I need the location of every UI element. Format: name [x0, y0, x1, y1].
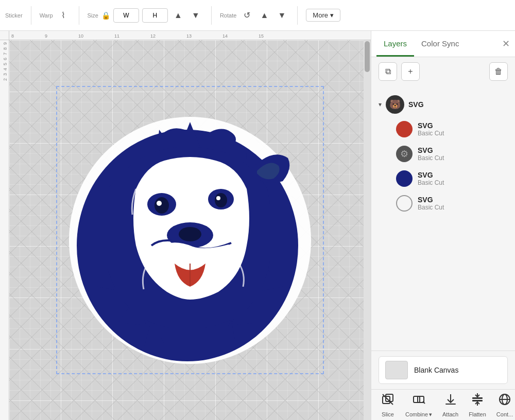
layer-group-info: SVG — [408, 100, 424, 109]
svg-point-19 — [216, 196, 220, 200]
rotate-section: Rotate ↺ ▲ ▼ — [220, 8, 289, 23]
bottom-toolbar: Slice Combine ▾ — [371, 389, 515, 420]
scrollbar-thumb[interactable] — [365, 41, 370, 72]
panel-tabs: Layers Color Sync ✕ — [371, 31, 515, 57]
divider-2 — [79, 6, 79, 25]
layer-info-4: SVG Basic Cut — [418, 196, 444, 211]
width-input[interactable] — [113, 8, 139, 23]
rotate-up-icon[interactable]: ▲ — [257, 8, 271, 23]
layer-name-1: SVG — [418, 121, 444, 130]
blank-canvas-label: Blank Canvas — [414, 366, 458, 374]
panel-actions: ⧉ + 🗑 — [371, 57, 515, 86]
blank-canvas-thumb — [385, 361, 408, 379]
cont-button[interactable]: Cont... — [491, 389, 515, 420]
height-input[interactable] — [142, 8, 168, 23]
canvas-scrollbar[interactable] — [364, 40, 371, 420]
size-up-icon[interactable]: ▲ — [171, 8, 185, 23]
layer-thumb-dark — [396, 170, 413, 187]
svg-rect-30 — [472, 397, 483, 399]
layer-type-3: Basic Cut — [418, 179, 444, 186]
svg-rect-29 — [445, 404, 456, 405]
ruler-tick: 11 — [114, 33, 119, 39]
list-item[interactable]: ⚙ SVG Basic Cut — [393, 142, 508, 166]
slice-label: Slice — [382, 411, 394, 417]
svg-point-16 — [157, 201, 162, 206]
add-icon: + — [408, 67, 413, 76]
combine-chevron-icon: ▾ — [429, 411, 432, 418]
flatten-button[interactable]: Flatten — [464, 389, 491, 420]
canvas-area[interactable]: 2 3 4 5 6 7 8 9 8 9 10 11 12 13 14 15 — [0, 31, 371, 420]
rotate-ccw-icon[interactable]: ↺ — [239, 8, 254, 23]
layer-info-2: SVG Basic Cut — [418, 146, 444, 162]
size-section: Size 🔒 ▲ ▼ — [88, 8, 203, 23]
svg-point-21 — [179, 227, 201, 241]
bear-graphic[interactable] — [56, 86, 324, 374]
layer-group-thumb: 🐻 — [386, 95, 404, 114]
flatten-icon — [470, 392, 485, 410]
layer-info-3: SVG Basic Cut — [418, 171, 444, 186]
ruler-tick: 15 — [259, 33, 264, 39]
lock-icon: 🔒 — [101, 11, 110, 20]
add-layer-button[interactable]: + — [401, 62, 420, 81]
ruler-tick: 9 — [45, 33, 47, 39]
duplicate-layer-button[interactable]: ⧉ — [379, 62, 397, 81]
svg-rect-31 — [472, 400, 483, 401]
layer-type-4: Basic Cut — [418, 204, 444, 211]
combine-icon — [411, 392, 426, 410]
layer-name-4: SVG — [418, 196, 444, 204]
warp-section: Warp ⌇ — [40, 8, 71, 23]
warp-label: Warp — [40, 12, 53, 19]
more-chevron-icon: ▾ — [330, 11, 334, 19]
attach-label: Attach — [442, 411, 458, 417]
tab-layers[interactable]: Layers — [376, 31, 414, 57]
layer-thumb-gear: ⚙ — [396, 146, 413, 162]
cont-icon — [497, 392, 512, 410]
delete-icon: 🗑 — [494, 67, 503, 76]
blank-canvas-section: Blank Canvas — [371, 351, 515, 389]
duplicate-icon: ⧉ — [385, 67, 391, 76]
more-button[interactable]: More ▾ — [306, 9, 340, 22]
layer-type-2: Basic Cut — [418, 154, 444, 162]
close-panel-button[interactable]: ✕ — [502, 31, 510, 57]
warp-icon[interactable]: ⌇ — [56, 8, 71, 23]
chevron-down-icon: ▾ — [379, 101, 382, 108]
size-down-icon[interactable]: ▼ — [188, 8, 203, 23]
svg-point-18 — [215, 193, 227, 207]
layer-info-1: SVG Basic Cut — [418, 121, 444, 137]
layer-group-name: SVG — [408, 100, 424, 109]
rotate-label: Rotate — [220, 12, 236, 19]
top-toolbar: Sticker Warp ⌇ Size 🔒 ▲ ▼ Rotate ↺ ▲ ▼ M… — [0, 0, 515, 31]
main-content: 2 3 4 5 6 7 8 9 8 9 10 11 12 13 14 15 — [0, 31, 515, 420]
attach-icon — [443, 392, 458, 410]
rotate-down-icon[interactable]: ▼ — [274, 8, 289, 23]
list-item[interactable]: SVG Basic Cut — [393, 117, 508, 142]
layer-name-2: SVG — [418, 146, 444, 154]
tab-colorsync[interactable]: Color Sync — [414, 31, 466, 57]
slice-button[interactable]: Slice — [375, 389, 400, 420]
divider-4 — [297, 6, 298, 25]
combine-label-group: Combine ▾ — [405, 411, 432, 418]
combine-button[interactable]: Combine ▾ — [400, 389, 437, 421]
size-label: Size — [88, 12, 98, 19]
delete-layer-button[interactable]: 🗑 — [489, 62, 508, 81]
cont-label: Cont... — [496, 411, 513, 417]
sticker-section: Sticker — [5, 12, 23, 19]
right-panel: Layers Color Sync ✕ ⧉ + 🗑 ▾ 🐻 — [371, 31, 515, 420]
ruler-tick: 12 — [150, 33, 156, 39]
list-item[interactable]: SVG Basic Cut — [393, 166, 508, 191]
canvas-grid[interactable] — [9, 40, 371, 420]
blank-canvas-item[interactable]: Blank Canvas — [379, 356, 508, 384]
layer-children: SVG Basic Cut ⚙ SVG Basic Cut — [379, 117, 508, 216]
layer-thumb-outline — [396, 195, 413, 212]
svg-rect-26 — [414, 396, 420, 402]
layers-list: ▾ 🐻 SVG SVG Basic Cut — [371, 86, 515, 351]
layer-group-svg: ▾ 🐻 SVG SVG Basic Cut — [371, 89, 515, 219]
svg-point-15 — [154, 197, 169, 214]
ruler-tick: 10 — [78, 33, 83, 39]
layer-type-1: Basic Cut — [418, 130, 444, 137]
sticker-label: Sticker — [5, 12, 23, 19]
attach-button[interactable]: Attach — [437, 389, 464, 420]
divider-3 — [211, 6, 212, 25]
layer-group-header[interactable]: ▾ 🐻 SVG — [379, 92, 508, 117]
list-item[interactable]: SVG Basic Cut — [393, 191, 508, 216]
